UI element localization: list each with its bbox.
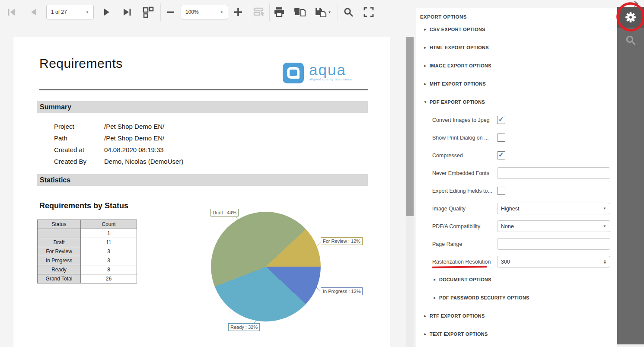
aqua-logo-mark [283,63,304,83]
search-icon [343,7,354,17]
summary-field-label: Path [54,134,104,142]
spinner-arrows-icon[interactable]: ▲▼ [603,259,606,264]
chevron-right-icon: ► [424,332,430,336]
table-row: For Review3 [38,247,137,256]
chevron-down-icon: ▼ [86,10,89,14]
export-options-tab[interactable] [617,7,644,28]
section-pdf-export-options[interactable]: ▼ PDF EXPORT OPTIONS [416,93,617,111]
field-compressed: Compressed ✓ [416,146,617,164]
fullscreen-button[interactable] [362,5,375,19]
pie-chart [211,212,321,322]
check-icon: ✓ [498,151,504,159]
never-embedded-fonts-input[interactable] [497,167,610,179]
document-scrollbar-thumb[interactable] [406,37,414,216]
panel-title: EXPORT OPTIONS [420,14,617,20]
field-never-embedded-fonts: Never Embedded Fonts [416,164,617,182]
aqua-logo-text: aqua [309,63,352,77]
highlight-editing-fields-icon [253,7,266,17]
summary-field-value: Demo, Nicolas (DemoUser) [104,158,183,165]
image-quality-select[interactable]: Highest▼ [497,203,610,214]
field-pdfa-compatibility: PDF/A Compatibility None▼ [416,217,617,235]
summary-field-value: /Pet Shop Demo EN/ [104,134,164,142]
zoom-in-button[interactable] [232,5,245,19]
summary-field-label: Created By [54,158,104,165]
section-image-export-options[interactable]: ► IMAGE EXPORT OPTIONS [416,57,617,75]
zoom-value: 100% [185,9,220,15]
panel-top-strip [416,0,644,8]
prev-page-button[interactable] [27,5,40,19]
chevron-down-icon: ▼ [603,224,606,228]
pdfa-compatibility-select[interactable]: None▼ [497,220,610,232]
last-page-button[interactable] [121,5,134,19]
table-header-row: Status Count [38,220,137,229]
chevron-right-icon: ► [424,82,430,86]
table-row: 1 [38,229,137,238]
gear-icon [625,11,637,23]
multipage-icon [142,6,155,18]
search-icon [625,35,636,46]
summary-row: Created ByDemo, Nicolas (DemoUser) [54,156,183,167]
page-range-input[interactable] [497,238,610,250]
page-number-select[interactable]: 1 of 27 ▼ [46,5,94,19]
chevron-right-icon: ► [424,28,430,32]
first-page-button[interactable] [5,5,18,19]
zoom-out-button[interactable] [164,5,177,19]
section-mht-export-options[interactable]: ► MHT EXPORT OPTIONS [416,75,617,93]
export-dropdown-caret[interactable]: ▼ [328,10,332,14]
right-sidebar [617,7,644,344]
field-rasterization-resolution: Rasterization Resolution 300▲▼ [416,253,617,271]
pie-callout-for-review: For Review : 12% [321,237,363,245]
check-icon: ✓ [498,115,504,123]
summary-row: Path/Pet Shop Demo EN/ [54,132,183,144]
zoom-select[interactable]: 100% ▼ [181,5,228,19]
print-button[interactable] [273,5,286,19]
compressed-checkbox[interactable]: ✓ [497,151,505,159]
multipage-toggle-button[interactable] [141,5,156,19]
section-html-export-options[interactable]: ► HTML EXPORT OPTIONS [416,38,617,57]
summary-row: Created at04.08.2020 08:19:33 [54,144,183,156]
section-document-options[interactable]: ► DOCUMENT OPTIONS [416,271,617,289]
section-text-export-options[interactable]: ► TEXT EXPORT OPTIONS [416,325,617,343]
title-divider [39,89,368,90]
panel-collapse-chevron[interactable] [632,0,640,7]
print-page-icon [293,6,306,18]
next-page-icon [103,8,111,16]
section-pdf-password-security-options[interactable]: ► PDF PASSWORD SECURITY OPTIONS [416,289,617,307]
table-row: In Progress3 [38,256,137,265]
chevron-right-icon: ► [424,314,430,318]
field-export-editing-fields: Export Editing Fields to... ✓ [416,182,617,200]
table-row: Grand Total26 [38,274,137,283]
section-csv-export-options[interactable]: ► CSV EXPORT OPTIONS [416,20,617,38]
convert-images-checkbox[interactable]: ✓ [497,116,505,124]
chart-title: Requirements by Status [39,201,128,210]
export-editing-fields-checkbox[interactable]: ✓ [497,187,505,195]
fullscreen-icon [363,7,374,17]
export-button[interactable]: ▼ [313,5,332,19]
aqua-logo-tagline: aligned quality assurance [309,77,352,81]
summary-field-label: Project [54,123,104,130]
print-page-button[interactable] [293,5,307,19]
chevron-down-icon: ▼ [424,100,430,104]
document-scrollbar[interactable] [406,37,414,347]
field-page-range: Page Range [416,235,617,253]
last-page-icon [123,8,132,16]
table-row: Ready8 [38,265,137,274]
search-button[interactable] [342,5,355,19]
statistics-section-bar: Statistics [37,174,368,186]
prev-page-icon [29,8,37,16]
table-row: Draft11 [38,238,137,247]
search-tab[interactable] [617,30,644,51]
red-underline-annotation [432,266,487,268]
summary-field-value: 04.08.2020 08:19:33 [104,146,164,153]
report-page: Requirements aqua aligned quality assura… [14,37,390,347]
aqua-logo: aqua aligned quality assurance [283,63,352,83]
section-rtf-export-options[interactable]: ► RTF EXPORT OPTIONS [416,307,617,325]
show-print-dialog-checkbox[interactable]: ✓ [497,134,505,142]
chevron-right-icon: ► [424,64,430,68]
chevron-right-icon: ► [433,278,439,282]
rasterization-resolution-spinner[interactable]: 300▲▼ [497,256,610,267]
next-page-button[interactable] [101,5,114,19]
zoom-out-icon [166,8,175,16]
export-icon [315,6,327,18]
export-options-panel: EXPORT OPTIONS ► CSV EXPORT OPTIONS ► HT… [416,8,617,347]
